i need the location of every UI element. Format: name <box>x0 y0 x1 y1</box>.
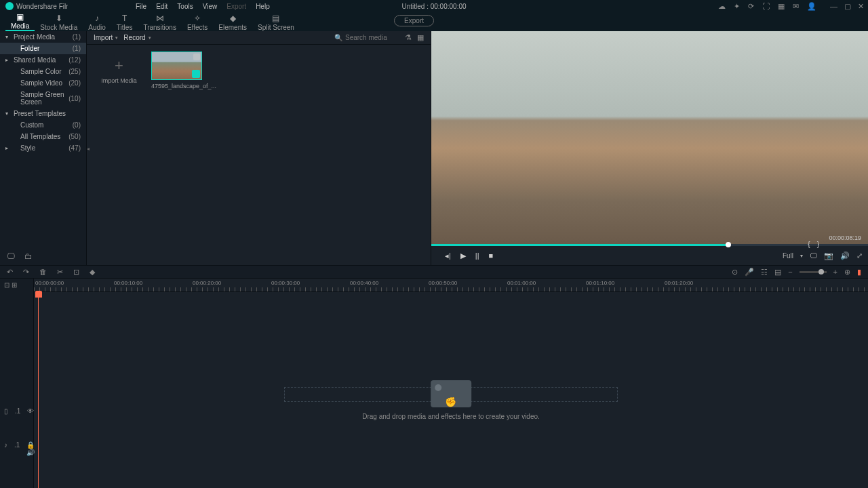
redo-button[interactable]: ↷ <box>23 268 29 276</box>
menu-help[interactable]: Help <box>256 3 270 10</box>
monitor-icon[interactable]: 🖵 <box>7 251 15 261</box>
video-track-header[interactable]: ▯ .1 👁 <box>4 407 34 415</box>
title-bar: Wondershare Filmora File Edit Tools View… <box>0 0 868 12</box>
sidebar-item-shared-media[interactable]: Shared Media(12) <box>0 54 86 66</box>
panel-collapse-icon[interactable]: ◂ <box>87 146 91 150</box>
render-button[interactable]: ⊙ <box>732 268 738 277</box>
tab-split-screen[interactable]: ▤Split Screen <box>252 14 300 31</box>
browser-toolbar: Import Record 🔍 ⚗ ▦ <box>87 31 431 45</box>
menu-file[interactable]: File <box>136 3 146 10</box>
search-icon: 🔍 <box>334 34 342 41</box>
track-headers: ⊡ ⊞ ▯ .1 👁 ♪ .1 🔒 🔊 <box>0 279 34 488</box>
text-icon: T <box>122 14 127 23</box>
title-right-controls: ☁ ✦ ⟳ ⛶ ▦ ✉ 👤 — ▢ ✕ <box>718 2 864 11</box>
sidebar-item-sample-video[interactable]: Sample Video(20) <box>0 77 86 89</box>
close-button[interactable]: ✕ <box>858 2 864 11</box>
cloud-icon[interactable]: ☁ <box>718 2 726 11</box>
menu-tools[interactable]: Tools <box>177 3 193 10</box>
tab-elements[interactable]: ◆Elements <box>213 14 252 31</box>
split-icon: ▤ <box>272 14 279 23</box>
display-icon[interactable]: 🖵 <box>810 251 817 260</box>
preview-controls: ◂| ▶ || ■ Full ▾ 🖵 📷 🔊 ⤢ <box>431 246 868 265</box>
sidebar-item-sample-color[interactable]: Sample Color(25) <box>0 66 86 77</box>
preview-canvas[interactable] <box>431 31 868 244</box>
filter-icon[interactable]: ⚗ <box>405 33 412 42</box>
mail-icon[interactable]: ✉ <box>793 2 799 11</box>
sidebar-item-project-media[interactable]: Project Media(1) <box>0 31 86 43</box>
clip-thumbnail[interactable] <box>151 52 202 80</box>
import-dropdown[interactable]: Import <box>94 34 118 41</box>
refresh-icon[interactable]: ⟳ <box>748 2 754 11</box>
import-media-tile[interactable]: + Import Media <box>94 52 144 89</box>
quality-dropdown[interactable]: Full <box>783 252 793 260</box>
main-tabs: ▣Media ⬇Stock Media ♪Audio TTitles ⋈Tran… <box>0 12 868 31</box>
search-input[interactable] <box>345 34 399 41</box>
app-logo-icon <box>5 2 14 10</box>
split-button[interactable]: ✂ <box>57 268 63 276</box>
drop-text: Drag and drop media and effects here to … <box>362 413 540 420</box>
audio-track-header[interactable]: ♪ .1 🔒 🔊 <box>4 441 35 456</box>
maximize-button[interactable]: ▢ <box>844 2 851 11</box>
snapshot-icon[interactable]: 📷 <box>824 251 833 260</box>
mixer-button[interactable]: ☷ <box>761 268 768 277</box>
pause-button[interactable]: || <box>475 251 479 260</box>
folder-icon: ▣ <box>16 12 24 22</box>
media-browser: Import Record 🔍 ⚗ ▦ + Import Media 47595… <box>87 31 431 265</box>
zoom-fit-button[interactable]: ⊕ <box>844 268 850 277</box>
manage-tracks-button[interactable]: ▮ <box>857 268 861 277</box>
menu-edit[interactable]: Edit <box>156 3 167 10</box>
tab-media[interactable]: ▣Media <box>5 12 35 31</box>
tab-effects[interactable]: ✧Effects <box>182 14 213 31</box>
expand-icon[interactable]: ⛶ <box>762 2 770 10</box>
add-folder-icon[interactable]: 🗀 <box>24 251 33 261</box>
zoom-out-button[interactable]: − <box>788 268 792 276</box>
menu-export: Export <box>226 3 246 10</box>
sidebar-item-custom[interactable]: Custom(0) <box>0 119 86 131</box>
tab-transitions[interactable]: ⋈Transitions <box>138 14 182 31</box>
tab-titles[interactable]: TTitles <box>111 14 138 31</box>
fullscreen-icon[interactable]: ⤢ <box>856 251 863 260</box>
timecode-lock[interactable]: ⊡ ⊞ <box>4 281 17 289</box>
timeline-tools-left: ↶ ↷ 🗑 ✂ ⊡ ◆ <box>7 268 103 277</box>
play-button[interactable]: ▶ <box>460 251 466 260</box>
sparkle-icon[interactable]: ✦ <box>734 2 740 11</box>
sidebar-item-sample-green-screen[interactable]: Sample Green Screen(10) <box>0 89 86 108</box>
document-title: Untitled : 00:00:00:00 <box>401 3 466 10</box>
record-dropdown[interactable]: Record <box>123 34 151 41</box>
zoom-in-button[interactable]: + <box>833 268 837 276</box>
timeline-ruler[interactable]: 00:00:00:00 00:00:10:00 00:00:20:00 00:0… <box>34 279 868 292</box>
panel-button[interactable]: ▤ <box>774 268 781 277</box>
preview-timecode: 00:00:08:19 <box>829 235 861 241</box>
minimize-button[interactable]: — <box>830 2 837 11</box>
crop-button[interactable]: ⊡ <box>73 268 79 276</box>
marker-button[interactable]: ◆ <box>90 268 95 276</box>
delete-button[interactable]: 🗑 <box>39 268 47 276</box>
export-button[interactable]: Export <box>394 15 434 26</box>
user-icon[interactable]: 👤 <box>807 2 816 11</box>
sidebar-item-all-templates[interactable]: All Templates(50) <box>0 131 86 142</box>
menu-view[interactable]: View <box>203 3 218 10</box>
transition-icon: ⋈ <box>156 14 164 23</box>
media-grid: + Import Media 47595_landscape_of_... <box>87 45 431 96</box>
grid-view-icon[interactable]: ▦ <box>417 33 424 42</box>
sidebar-item-folder[interactable]: Folder(1) <box>0 43 86 54</box>
voiceover-button[interactable]: 🎤 <box>745 268 754 277</box>
chevron-down-icon[interactable]: ▾ <box>800 253 803 259</box>
volume-icon[interactable]: 🔊 <box>840 251 850 260</box>
prev-frame-button[interactable]: ◂| <box>445 251 451 260</box>
media-clip[interactable]: 47595_landscape_of_... <box>151 52 202 89</box>
sidebar-item-preset-templates[interactable]: Preset Templates <box>0 108 86 119</box>
elements-icon: ◆ <box>230 14 236 23</box>
zoom-slider[interactable] <box>800 271 827 273</box>
stop-button[interactable]: ■ <box>489 251 494 260</box>
sidebar-item-style[interactable]: Style(47) <box>0 142 86 154</box>
grid-icon[interactable]: ▦ <box>778 2 785 11</box>
media-sidebar: Project Media(1) Folder(1) Shared Media(… <box>0 31 87 265</box>
undo-button[interactable]: ↶ <box>7 268 13 276</box>
playhead[interactable] <box>35 291 42 298</box>
timeline-body[interactable]: 00:00:00:00 00:00:10:00 00:00:20:00 00:0… <box>34 279 868 488</box>
tab-audio[interactable]: ♪Audio <box>83 14 111 31</box>
sidebar-bottom-tools: 🖵 🗀 <box>0 247 86 265</box>
timeline-tools-right: ⊙ 🎤 ☷ ▤ − + ⊕ ▮ <box>732 268 861 277</box>
tab-stock-media[interactable]: ⬇Stock Media <box>35 14 83 31</box>
